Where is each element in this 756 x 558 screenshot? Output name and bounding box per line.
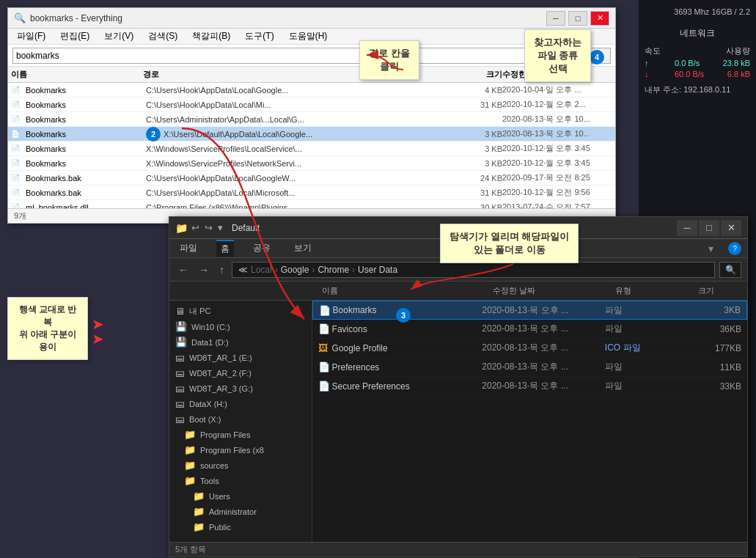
redo-icon[interactable]: ↪ <box>203 221 214 235</box>
table-row[interactable]: 📄BookmarksX:\Windows\ServiceProfiles\Net… <box>8 156 615 171</box>
breadcrumb-sep-2: › <box>312 265 315 275</box>
file-icon: 📄 <box>11 130 23 138</box>
breadcrumb-chrome: Chrome <box>318 265 349 275</box>
nav-item-icon: 📁 <box>193 506 205 517</box>
nav-item[interactable]: 📁Public <box>169 519 312 535</box>
row-badge: 2 <box>146 127 161 142</box>
exp-maximize-button[interactable]: □ <box>699 220 719 236</box>
minimize-button[interactable]: ─ <box>546 11 565 26</box>
exp-minimize-button[interactable]: ─ <box>677 220 697 236</box>
file-row[interactable]: 📄Secure Preferences2020-08-13·목 오후 ...파일… <box>312 377 747 396</box>
nav-item[interactable]: 🖴DataX (H:) <box>169 396 312 411</box>
nav-item[interactable]: 💾Data1 (D:) <box>169 334 312 350</box>
close-button[interactable]: ✕ <box>590 11 609 26</box>
menu-search[interactable]: 검색(S) <box>145 29 180 44</box>
breadcrumb-sep-0: Local <box>251 265 272 275</box>
up-usage: 23.8 kB <box>723 59 750 67</box>
back-button[interactable]: ← <box>175 263 191 277</box>
file-row[interactable]: 📄Bookmarks2020-08-13·목 오후 ...파일3KB <box>312 301 747 320</box>
address-search-button[interactable]: 🔍 <box>719 262 741 278</box>
menu-edit[interactable]: 편집(E) <box>57 29 92 44</box>
ribbon-dropdown-icon[interactable]: ▾ <box>708 243 713 254</box>
menu-bookmark[interactable]: 책갈피(B) <box>189 29 233 44</box>
ribbon-tab-home[interactable]: 홈 <box>216 240 234 257</box>
menu-tools[interactable]: 도구(T) <box>242 29 276 44</box>
row-path: 2X:\Users\Default\AppData\Local\Google..… <box>146 127 458 142</box>
ribbon-tab-share[interactable]: 공유 <box>249 241 275 256</box>
breadcrumb-userdata: User Data <box>358 265 397 275</box>
nav-item[interactable]: 📁Administrator <box>169 504 312 519</box>
nav-item[interactable]: 🖴WD8T_AR_1 (E:) <box>169 350 312 365</box>
file-icon: 📄 <box>11 159 23 167</box>
row-name: Bookmarks <box>26 144 146 153</box>
nav-item[interactable]: 📁Tools <box>169 473 312 488</box>
up-button[interactable]: ↑ <box>216 263 227 277</box>
nav-item[interactable]: 📁Program Files (x8 <box>169 442 312 458</box>
nav-item-icon: 📁 <box>184 444 196 455</box>
row-path: C:\Users\Administrator\AppData\...Local\… <box>146 115 458 124</box>
nav-item[interactable]: 💾Win10 (C:) <box>169 319 312 334</box>
nav-item[interactable]: 🖥내 PC <box>169 304 312 319</box>
exp-close-button[interactable]: ✕ <box>721 220 741 236</box>
nav-item[interactable]: 📁sources <box>169 458 312 473</box>
tooltip-explorer-open: 탐색기가 열리며 해당파일이 있는 폴더로 이동 <box>440 224 579 263</box>
explorer-col-header: 이름 수정한 날짜 유형 크기 <box>169 282 747 301</box>
menu-file[interactable]: 파일(F) <box>14 29 48 44</box>
nav-item-label: Administrator <box>209 507 257 516</box>
nav-item-label: Program Files <box>200 430 250 439</box>
table-row[interactable]: 📄Bookmarks2X:\Users\Default\AppData\Loca… <box>8 127 615 142</box>
row-path: X:\Windows\ServiceProfiles\LocalService\… <box>146 144 458 153</box>
nav-item[interactable]: 🖴WD8T_AR_2 (F:) <box>169 365 312 381</box>
nav-item[interactable]: 📁Program Files <box>169 427 312 442</box>
row-name: Bookmarks <box>26 159 146 168</box>
nav-item[interactable]: 🖴Boot (X:) <box>169 411 312 427</box>
dropdown-icon[interactable]: ▾ <box>216 221 224 235</box>
table-row[interactable]: 📄BookmarksC:\Users\Hook\AppData\Local\Mi… <box>8 98 615 112</box>
badge-3: 3 <box>396 308 411 323</box>
undo-icon[interactable]: ↩ <box>190 221 201 235</box>
speed-label: 속도 <box>645 45 661 56</box>
explorer-title-text: Default <box>232 223 260 233</box>
nav-item-label: Data1 (D:) <box>191 338 229 347</box>
file-name: Favicons <box>332 324 482 334</box>
file-icon: 📄 <box>11 100 23 109</box>
col-type-header: 유형 <box>609 285 691 296</box>
ribbon-tab-view[interactable]: 보기 <box>290 241 316 256</box>
up-speed: 0.0 B/s <box>675 59 700 67</box>
nav-item-label: Boot (X:) <box>189 415 221 424</box>
table-row[interactable]: 📄BookmarksC:\Users\Hook\AppData\Local\Go… <box>8 83 615 98</box>
file-size: 33KB <box>687 381 741 392</box>
file-icon: 📄 <box>11 144 23 153</box>
table-row[interactable]: 📄BookmarksX:\Windows\ServiceProfiles\Loc… <box>8 142 615 156</box>
search-input[interactable] <box>16 51 539 61</box>
table-row[interactable]: 📄Bookmarks.bakC:\Users\Hook\AppData\Loca… <box>8 186 615 200</box>
forward-button[interactable]: → <box>196 263 212 277</box>
search-input-wrapper[interactable]: 1 <box>12 48 557 64</box>
menu-view[interactable]: 보기(V) <box>101 29 136 44</box>
up-arrow-icon: ↑ <box>645 59 649 67</box>
file-row[interactable]: 📄Preferences2020-08-13·목 오후 ...파일11KB <box>312 358 747 377</box>
row-size: 24 KB <box>458 174 502 183</box>
maximize-button[interactable]: □ <box>568 11 587 26</box>
ribbon-tab-file[interactable]: 파일 <box>175 241 202 256</box>
nav-item-label: WD8T_AR_2 (F:) <box>189 369 252 378</box>
file-row[interactable]: 📄Favicons2020-08-13·목 오후 ...파일36KB <box>312 320 747 339</box>
nav-item[interactable]: 🖴WD8T_AR_3 (G:) <box>169 381 312 396</box>
help-button[interactable]: ? <box>728 242 741 255</box>
row-path: C:\Users\Hook\AppData\Local\Microsoft... <box>146 188 458 197</box>
row-path: C:\Users\Hook\AppData\Local\GoogleW... <box>146 174 458 183</box>
file-icon: 📄 <box>318 361 332 372</box>
everything-table-body: 📄BookmarksC:\Users\Hook\AppData\Local\Go… <box>8 83 615 210</box>
address-breadcrumb[interactable]: ≪ Local › Google › Chrome › User Data <box>232 262 715 278</box>
table-row[interactable]: 📄Bookmarks.bakC:\Users\Hook\AppData\Loca… <box>8 171 615 186</box>
breadcrumb-sep-3: › <box>352 265 355 275</box>
everything-window-controls: ─ □ ✕ <box>546 11 609 26</box>
row-name: Bookmarks <box>26 115 146 124</box>
row-date: 2020-10-12·월 오후 2... <box>502 99 612 110</box>
nav-item[interactable]: 📁Users <box>169 488 312 504</box>
file-row[interactable]: 🖼Google Profile2020-08-13·목 오후 ...ICO 파일… <box>312 339 747 358</box>
row-name: Bookmarks.bak <box>26 174 146 183</box>
menu-help[interactable]: 도움말(H) <box>286 29 331 44</box>
table-row[interactable]: 📄BookmarksC:\Users\Administrator\AppData… <box>8 112 615 127</box>
nav-item-icon: 🖴 <box>175 367 185 378</box>
